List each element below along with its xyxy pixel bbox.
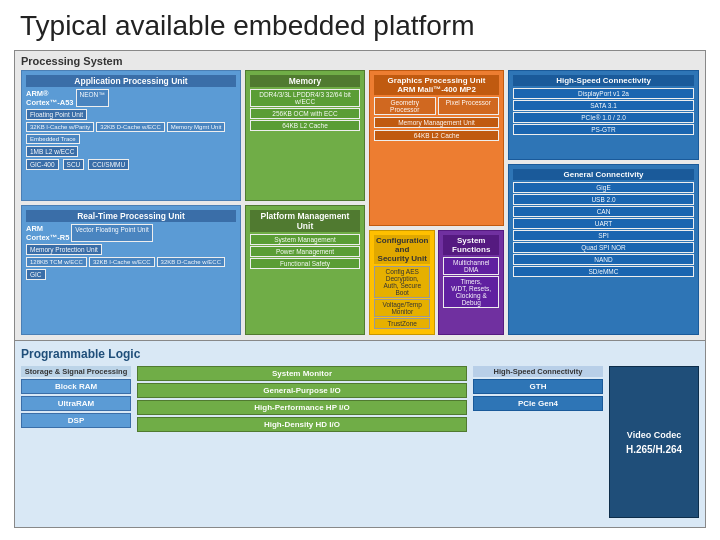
memory-box: Memory DDR4/3/3L LPDDR4/3 32/64 bit w/EC… (245, 70, 365, 201)
mem-l2-box: 64KB L2 Cache (250, 120, 360, 131)
gen-conn-title: General Connectivity (513, 169, 694, 180)
uart-box: UART (513, 218, 694, 229)
gen-connectivity-box: General Connectivity GigE USB 2.0 CAN UA… (508, 164, 699, 335)
trustzone-box: TrustZone (374, 318, 430, 329)
cci-box: CCI/SMMU (88, 159, 129, 170)
ddr-box: DDR4/3/3L LPDDR4/3 32/64 bit w/ECC (250, 89, 360, 107)
rtpu-title: Real-Time Processing Unit (26, 210, 236, 222)
hd-io-box: High-Density HD I/O (137, 417, 467, 432)
gic400-box: GIC-400 (26, 159, 59, 170)
timers-box: Timers,WDT, Resets,Clocking & Debug (443, 276, 499, 308)
gpu-cache-box: 64KB L2 Cache (374, 130, 499, 141)
nand-box: NAND (513, 254, 694, 265)
displayport-box: DisplayPort v1 2a (513, 88, 694, 99)
dma-box: Multichannel DMA (443, 257, 499, 275)
pl-label: Programmable Logic (21, 347, 699, 361)
ultra-ram-box: UltraRAM (21, 396, 131, 411)
pl-hs-title: High-Speed Connectivity (473, 366, 603, 377)
scu-box: SCU (63, 159, 85, 170)
video-codec-box: Video Codec H.265/H.264 (609, 366, 699, 518)
ps-left-col: Application Processing Unit ARM®Cortex™-… (21, 70, 241, 335)
gige-box: GigE (513, 182, 694, 193)
can-box: CAN (513, 206, 694, 217)
hp-io-box: High-Performance HP I/O (137, 400, 467, 415)
r5-dcache-box: 32KB D-Cache w/ECC (157, 257, 225, 267)
hs-conn-title: High-Speed Connectivity (513, 75, 694, 86)
fpu-box: Floating Point Unit (26, 109, 87, 120)
page-title: Typical available embedded platform (0, 0, 720, 50)
mmu-box: Memory Mgmt Unit (167, 122, 226, 132)
r5-gic-box: GIC (26, 269, 46, 280)
neon-box: NEON™ (76, 89, 109, 107)
ps-middle-col: Memory DDR4/3/3L LPDDR4/3 32/64 bit w/EC… (245, 70, 365, 335)
ps-gtr-box: PS-GTR (513, 124, 694, 135)
tcm-box: 128KB TCM w/ECC (26, 257, 87, 267)
pixel-box: Pixel Processor (438, 97, 500, 115)
config-sec-title: Configuration andSecurity Unit (374, 235, 430, 264)
pl-video-col: Video Codec H.265/H.264 (609, 366, 699, 518)
apu-title: Application Processing Unit (26, 75, 236, 87)
config-aes-box: Config AESDecryption,Auth, Secure Boot (374, 266, 430, 298)
sys-mgmt-box: System Management (250, 234, 360, 245)
dsp-box: DSP (21, 413, 131, 428)
gp-io-box: General-Purpose I/O (137, 383, 467, 398)
mp-box: Memory Protection Unit (26, 244, 102, 255)
config-sec-box: Configuration andSecurity Unit Config AE… (369, 230, 435, 335)
l2-cache-box: 1MB L2 w/ECC (26, 146, 78, 157)
pmu-title: Platform Management Unit (250, 210, 360, 232)
video-codec-subtitle: H.265/H.264 (626, 444, 682, 455)
arm-cortex-a53-label: ARM®Cortex™-A53 (26, 89, 74, 107)
geometry-box: Geometry Processor (374, 97, 436, 115)
pmu-box: Platform Management Unit System Manageme… (245, 205, 365, 336)
gpu-title: Graphics Processing UnitARM Mali™-400 MP… (374, 75, 499, 95)
processing-system: Processing System Application Processing… (15, 51, 705, 341)
arm-cortex-r5-label: ARMCortex™-R5 (26, 224, 69, 242)
spi-box: SPI (513, 230, 694, 241)
sysfunc-title: System Functions (443, 235, 499, 255)
func-safety-box: Functional Safety (250, 258, 360, 269)
video-codec-title: Video Codec (627, 430, 681, 440)
sata-box: SATA 3.1 (513, 100, 694, 111)
pl-storage-title: Storage & Signal Processing (21, 366, 131, 377)
pl-hs-col: High-Speed Connectivity GTH PCIe Gen4 (473, 366, 603, 518)
etm-box: Embedded Trace (26, 134, 80, 144)
ps-label: Processing System (21, 55, 699, 67)
apu-box: Application Processing Unit ARM®Cortex™-… (21, 70, 241, 201)
pcie-gen4-box: PCIe Gen4 (473, 396, 603, 411)
programmable-logic: Programmable Logic Storage & Signal Proc… (15, 341, 705, 527)
sysmon-box: System Monitor (137, 366, 467, 381)
icache-box: 32KB I-Cache w/Parity (26, 122, 94, 132)
gpu-box: Graphics Processing UnitARM Mali™-400 MP… (369, 70, 504, 226)
hs-connectivity-box: High-Speed Connectivity DisplayPort v1 2… (508, 70, 699, 160)
main-diagram: Processing System Application Processing… (14, 50, 706, 528)
pl-io-col: System Monitor General-Purpose I/O High-… (137, 366, 467, 518)
pl-storage-col: Storage & Signal Processing Block RAM Ul… (21, 366, 131, 518)
gpu-mmu-box: Memory Management Unit (374, 117, 499, 128)
pwr-mgmt-box: Power Management (250, 246, 360, 257)
volt-temp-box: Voltage/TempMonitor (374, 299, 430, 317)
sysfunc-box: System Functions Multichannel DMA Timers… (438, 230, 504, 335)
usb-box: USB 2.0 (513, 194, 694, 205)
ocm-box: 256KB OCM with ECC (250, 108, 360, 119)
quad-spi-box: Quad SPI NOR (513, 242, 694, 253)
dcache-box: 32KB D-Cache w/ECC (96, 122, 164, 132)
ps-right-col: High-Speed Connectivity DisplayPort v1 2… (508, 70, 699, 335)
memory-title: Memory (250, 75, 360, 87)
block-ram-box: Block RAM (21, 379, 131, 394)
pcie-box: PCIe® 1.0 / 2.0 (513, 112, 694, 123)
gth-box: GTH (473, 379, 603, 394)
sd-emmc-box: SD/eMMC (513, 266, 694, 277)
rtpu-box: Real-Time Processing Unit ARMCortex™-R5 … (21, 205, 241, 336)
vfpu-box: Vector Floating Point Unit (71, 224, 152, 242)
r5-icache-box: 32KB I-Cache w/ECC (89, 257, 155, 267)
ps-gpu-col: Graphics Processing UnitARM Mali™-400 MP… (369, 70, 504, 335)
